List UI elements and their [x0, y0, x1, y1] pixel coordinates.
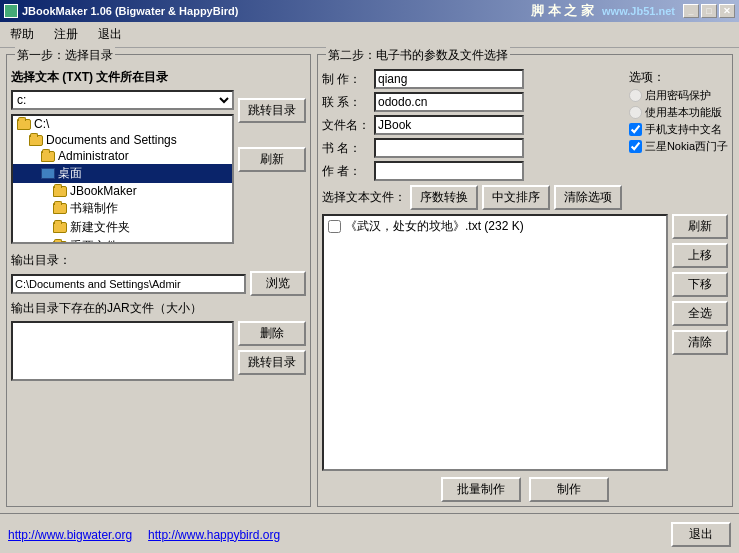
left-panel: 第一步：选择目录 选择文本 (TXT) 文件所在目录 c: C:\Documen…: [6, 54, 311, 507]
tree-item-label: 新建文件夹: [70, 219, 130, 236]
form-input-0[interactable]: [374, 69, 524, 89]
window-title: JBookMaker 1.06 (Bigwater & HappyBird): [22, 5, 238, 17]
brand-url: www.Jb51.net: [602, 5, 675, 17]
bottom-bar: http://www.bigwater.org http://www.happy…: [0, 513, 739, 553]
right-panel: 第二步：电子书的参数及文件选择 制 作：联 系：文件名：书 名：作 者： 选项：…: [317, 54, 733, 507]
file-checkbox[interactable]: [328, 220, 341, 233]
browse-button[interactable]: 浏览: [250, 271, 306, 296]
form-label-2: 文件名：: [322, 117, 370, 134]
chinese-sort-button[interactable]: 中文排序: [482, 185, 550, 210]
link-happybird[interactable]: http://www.happybird.org: [148, 528, 280, 542]
form-grid: 制 作：联 系：文件名：书 名：作 者：: [322, 69, 623, 181]
folder-icon: [53, 222, 67, 233]
dir-dropdown[interactable]: c:: [11, 90, 234, 110]
dropdown-row: c:: [11, 90, 234, 110]
menu-exit[interactable]: 退出: [92, 24, 128, 45]
tree-item[interactable]: C:\: [13, 116, 232, 132]
jar-label: 输出目录下存在的JAR文件（大小）: [11, 300, 306, 317]
minimize-button[interactable]: _: [683, 4, 699, 18]
form-label-1: 联 系：: [322, 94, 370, 111]
make-button[interactable]: 制作: [529, 477, 609, 502]
file-list[interactable]: 《武汉，处女的坟地》.txt (232 K): [322, 214, 668, 471]
folder-icon: [53, 186, 67, 197]
right-action-btns: 刷新 上移 下移 全选 清除: [672, 214, 728, 471]
step2-group: 第二步：电子书的参数及文件选择 制 作：联 系：文件名：书 名：作 者： 选项：…: [317, 54, 733, 507]
refresh-button[interactable]: 刷新: [238, 147, 306, 172]
radio-basic[interactable]: 使用基本功能版: [629, 105, 728, 120]
form-input-2[interactable]: [374, 115, 524, 135]
form-label-4: 作 者：: [322, 163, 370, 180]
list-item: 《武汉，处女的坟地》.txt (232 K): [324, 216, 666, 237]
form-area: 制 作：联 系：文件名：书 名：作 者：: [322, 69, 623, 181]
batch-make-button[interactable]: 批量制作: [441, 477, 521, 502]
folder-icon: [53, 203, 67, 214]
form-input-4[interactable]: [374, 161, 524, 181]
tree-item[interactable]: Administrator: [13, 148, 232, 164]
form-label-0: 制 作：: [322, 71, 370, 88]
form-input-3[interactable]: [374, 138, 524, 158]
brand-label: 脚 本 之 家: [531, 2, 594, 20]
tree-item-label: 重要文件: [70, 238, 118, 244]
app-icon: [4, 4, 18, 18]
tree-item[interactable]: Documents and Settings: [13, 132, 232, 148]
dir-buttons: 跳转目录 刷新: [238, 90, 306, 244]
close-button[interactable]: ✕: [719, 4, 735, 18]
radio-password[interactable]: 启用密码保护: [629, 88, 728, 103]
move-down-button[interactable]: 下移: [672, 272, 728, 297]
exit-button[interactable]: 退出: [671, 522, 731, 547]
output-input[interactable]: [11, 274, 246, 294]
desktop-icon: [41, 168, 55, 179]
tree-item-label: Documents and Settings: [46, 133, 177, 147]
move-up-button[interactable]: 上移: [672, 243, 728, 268]
batch-make-row: 批量制作 制作: [322, 477, 728, 502]
folder-icon: [41, 151, 55, 162]
tree-item-label: Administrator: [58, 149, 129, 163]
tree-item[interactable]: JBookMaker: [13, 183, 232, 199]
tree-item[interactable]: 重要文件: [13, 237, 232, 244]
goto-dir-button2[interactable]: 跳转目录: [238, 350, 306, 375]
bottom-links: http://www.bigwater.org http://www.happy…: [8, 528, 280, 542]
goto-dir-button[interactable]: 跳转目录: [238, 98, 306, 123]
delete-button[interactable]: 删除: [238, 321, 306, 346]
tree-item[interactable]: 新建文件夹: [13, 218, 232, 237]
check-samsung[interactable]: 三星Nokia西门子: [629, 139, 728, 154]
file-select-label: 选择文本文件：: [322, 189, 406, 206]
title-bar: JBookMaker 1.06 (Bigwater & HappyBird) 脚…: [0, 0, 739, 22]
jar-list[interactable]: [11, 321, 234, 381]
folder-icon: [17, 119, 31, 130]
step1-title: 第一步：选择目录: [15, 47, 115, 64]
link-bigwater[interactable]: http://www.bigwater.org: [8, 528, 132, 542]
step2-title: 第二步：电子书的参数及文件选择: [326, 47, 510, 64]
clear-options-button[interactable]: 清除选项: [554, 185, 622, 210]
tree-item[interactable]: 桌面: [13, 164, 232, 183]
options-section: 选项： 启用密码保护 使用基本功能版 手机支持中文名: [629, 69, 728, 181]
menu-register[interactable]: 注册: [48, 24, 84, 45]
file-list-area: 《武汉，处女的坟地》.txt (232 K) 刷新 上移 下移 全选 清除: [322, 214, 728, 471]
dir-inner: c: C:\Documents and SettingsAdministrato…: [11, 90, 234, 244]
main-content: 第一步：选择目录 选择文本 (TXT) 文件所在目录 c: C:\Documen…: [0, 48, 739, 513]
menu-bar: 帮助 注册 退出: [0, 22, 739, 48]
select-dir-label: 选择文本 (TXT) 文件所在目录: [11, 69, 306, 86]
folder-icon: [53, 241, 67, 244]
refresh-files-button[interactable]: 刷新: [672, 214, 728, 239]
file-name: 《武汉，处女的坟地》.txt (232 K): [345, 218, 524, 235]
check-chinese-name[interactable]: 手机支持中文名: [629, 122, 728, 137]
maximize-button[interactable]: □: [701, 4, 717, 18]
options-label: 选项：: [629, 69, 728, 86]
select-all-button[interactable]: 全选: [672, 301, 728, 326]
menu-help[interactable]: 帮助: [4, 24, 40, 45]
folder-icon: [29, 135, 43, 146]
form-input-1[interactable]: [374, 92, 524, 112]
form-label-3: 书 名：: [322, 140, 370, 157]
output-row: 浏览: [11, 271, 306, 296]
dir-area: c: C:\Documents and SettingsAdministrato…: [11, 90, 306, 244]
clear-button[interactable]: 清除: [672, 330, 728, 355]
seq-convert-button[interactable]: 序数转换: [410, 185, 478, 210]
tree-item[interactable]: 书籍制作: [13, 199, 232, 218]
dir-tree[interactable]: C:\Documents and SettingsAdministrator桌面…: [11, 114, 234, 244]
tree-item-label: JBookMaker: [70, 184, 137, 198]
output-label: 输出目录：: [11, 252, 306, 269]
file-select-row: 选择文本文件： 序数转换 中文排序 清除选项: [322, 185, 728, 210]
jar-row: 删除 跳转目录: [11, 321, 306, 381]
tree-item-label: 书籍制作: [70, 200, 118, 217]
